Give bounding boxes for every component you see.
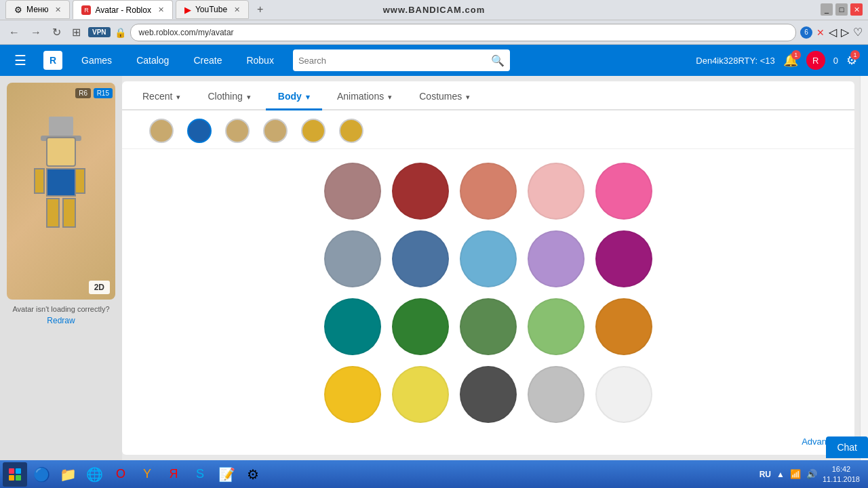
bookmark-icon[interactable]: ♡ [853, 26, 863, 39]
maximize-button[interactable]: □ [835, 3, 848, 16]
color-swatch-12[interactable] [460, 298, 517, 355]
tab-menu-label: Меню [26, 5, 48, 14]
color-swatch-7[interactable] [460, 230, 517, 287]
tabs-button[interactable]: ⊞ [68, 24, 84, 40]
back-button[interactable]: ← [5, 25, 23, 40]
taskbar-skype[interactable]: S [188, 462, 212, 487]
search-input[interactable] [298, 56, 487, 66]
taskbar-yandex2[interactable]: Я [161, 462, 186, 487]
chat-button[interactable]: Chat [826, 436, 868, 458]
roblox-logo: R [43, 51, 62, 70]
r15-badge[interactable]: R15 [94, 88, 113, 98]
subtab-rightleg[interactable] [339, 119, 363, 143]
subtab-leftleg[interactable] [301, 119, 326, 143]
2d-toggle[interactable]: 2D [89, 281, 110, 294]
search-button[interactable]: 🔍 [491, 54, 505, 67]
lock-icon: 🔒 [115, 27, 126, 38]
username-display: Den4ik328RTY: <13 [696, 56, 774, 66]
close-button[interactable]: ✕ [850, 3, 863, 16]
taskbar-app[interactable]: ⚙ [241, 462, 265, 487]
tab-youtube[interactable]: ▶ YouTube ✕ [176, 0, 249, 19]
color-swatch-10[interactable] [324, 298, 381, 355]
settings-badge: 1 [850, 50, 860, 60]
sub-tabs-row [122, 110, 854, 149]
tab-animations[interactable]: Animations ▾ [325, 81, 404, 110]
nav-right-icon[interactable]: ▷ [841, 26, 849, 39]
char-arm-right [75, 168, 85, 194]
browser-frame: ⚙ Меню ✕ R Avatar - Roblox ✕ ▶ YouTube ✕… [0, 0, 868, 488]
subtab-torso[interactable] [187, 119, 212, 143]
color-swatch-4[interactable] [595, 163, 652, 220]
tab-avatar[interactable]: R Avatar - Roblox ✕ [73, 0, 172, 19]
color-swatch-13[interactable] [528, 298, 585, 355]
tab-recent[interactable]: Recent ▾ [130, 81, 193, 110]
tab-youtube-label: YouTube [195, 5, 227, 14]
refresh-button[interactable]: ↻ [49, 24, 64, 40]
nav-games[interactable]: Games [76, 52, 117, 68]
notifications-button[interactable]: 🔔 1 [783, 53, 798, 68]
tab-avatar-label: Avatar - Roblox [95, 5, 151, 15]
tab-clothing[interactable]: Clothing ▾ [195, 81, 262, 110]
nav-robux[interactable]: Robux [241, 52, 279, 68]
taskbar-word[interactable]: 📝 [214, 462, 239, 487]
subtab-leftarm[interactable] [225, 119, 250, 143]
taskbar-opera[interactable]: O [108, 462, 133, 487]
color-swatch-15[interactable] [324, 366, 381, 423]
color-swatch-19[interactable] [595, 366, 652, 423]
taskbar-lang: RU [760, 470, 771, 479]
minimize-button[interactable]: _ [821, 3, 833, 16]
address-right: 6 ✕ ◁ ▷ ♡ [800, 26, 863, 39]
nav-left-icon[interactable]: ◁ [829, 26, 837, 39]
color-grid [122, 149, 854, 436]
start-button[interactable] [3, 462, 27, 487]
taskbar-ie[interactable]: 🔵 [29, 462, 54, 487]
svg-rect-0 [9, 468, 14, 474]
r6-badge[interactable]: R6 [75, 88, 91, 98]
tab-avatar-close[interactable]: ✕ [158, 5, 164, 14]
color-swatch-0[interactable] [324, 163, 381, 220]
robux-count: 0 [833, 56, 838, 66]
taskbar-clock: 16:42 11.11.2018 [823, 464, 860, 484]
tab-youtube-close[interactable]: ✕ [234, 5, 240, 14]
scrollbar[interactable] [860, 76, 868, 460]
tab-menu-close[interactable]: ✕ [55, 5, 61, 14]
svg-rect-1 [16, 468, 21, 474]
nav-catalog[interactable]: Catalog [131, 52, 174, 68]
redraw-button[interactable]: Redraw [47, 316, 75, 325]
tab-body[interactable]: Body ▾ [266, 81, 322, 110]
color-swatch-11[interactable] [392, 298, 449, 355]
color-swatch-1[interactable] [392, 163, 449, 220]
taskbar-arrow-up[interactable]: ▲ [776, 470, 785, 479]
settings-button[interactable]: ⚙ 1 [846, 53, 857, 68]
roblox-shield-button[interactable]: R [806, 51, 825, 70]
color-swatch-6[interactable] [392, 230, 449, 287]
subtab-rightarm[interactable] [263, 119, 288, 143]
hamburger-button[interactable]: ☰ [11, 51, 30, 70]
color-swatch-9[interactable] [595, 230, 652, 287]
tab-costumes[interactable]: Costumes ▾ [407, 81, 482, 110]
taskbar: 🔵 📁 🌐 O Y Я S 📝 ⚙ RU ▲ 📶 🔊 16:42 11.11.2… [0, 460, 868, 488]
color-swatch-16[interactable] [392, 366, 449, 423]
new-tab-button[interactable]: + [252, 1, 269, 18]
search-bar[interactable]: 🔍 [293, 49, 510, 71]
color-swatch-5[interactable] [324, 230, 381, 287]
subtab-head[interactable] [149, 119, 174, 143]
color-swatch-3[interactable] [528, 163, 585, 220]
taskbar-folder[interactable]: 📁 [56, 462, 80, 487]
address-box[interactable]: web.roblox.com/my/avatar [130, 24, 796, 41]
taskbar-ie2[interactable]: 🌐 [82, 462, 106, 487]
taskbar-right: RU ▲ 📶 🔊 16:42 11.11.2018 [760, 464, 865, 484]
nav-create[interactable]: Create [188, 52, 227, 68]
forward-button[interactable]: → [27, 25, 45, 40]
color-swatch-18[interactable] [528, 366, 585, 423]
tab-menu[interactable]: ⚙ Меню ✕ [5, 0, 70, 19]
taskbar-yandex[interactable]: Y [135, 462, 159, 487]
color-swatch-17[interactable] [460, 366, 517, 423]
notification-badge: 1 [791, 50, 801, 60]
color-swatch-8[interactable] [528, 230, 585, 287]
color-swatch-14[interactable] [595, 298, 652, 355]
roblox-navbar: ☰ R Games Catalog Create Robux 🔍 Den4ik3… [0, 45, 868, 76]
color-swatch-2[interactable] [460, 163, 517, 220]
avatar-panel: R6 R15 2D Avatar isn't loading [0, 76, 122, 460]
address-text: web.roblox.com/my/avatar [139, 28, 234, 37]
